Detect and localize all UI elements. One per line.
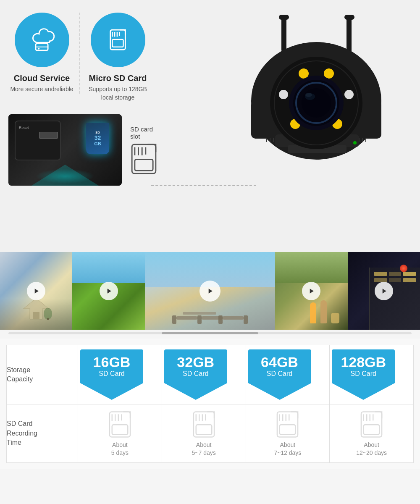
- microsd-title: Micro SD Card: [89, 74, 147, 83]
- scroll-thumb: [162, 332, 258, 334]
- badge-32gb: 32GB SD Card: [164, 349, 227, 400]
- svg-rect-55: [197, 315, 202, 324]
- svg-rect-59: [218, 315, 223, 324]
- play-icon-3: [206, 287, 214, 295]
- badge-gb-32: 32GB: [177, 355, 214, 369]
- badge-arrow-16: [80, 383, 143, 400]
- cloud-circle-icon: [15, 13, 69, 67]
- play-button-4[interactable]: [302, 282, 320, 300]
- svg-point-46: [353, 141, 357, 144]
- badge-top-16gb: 16GB SD Card: [80, 349, 143, 383]
- capacity-cell-64gb: 64GB SD Card: [246, 345, 330, 404]
- microsd-circle-icon: [91, 13, 145, 67]
- about-32: About: [196, 441, 212, 448]
- svg-point-37: [344, 90, 354, 99]
- microsd-svg-icon: [104, 26, 131, 54]
- play-button-3[interactable]: [200, 281, 220, 302]
- cloud-svg-icon: [28, 26, 55, 54]
- recording-time-row: SD Card Recording Time About: [7, 404, 414, 463]
- badge-gb-16: 16GB: [93, 355, 131, 369]
- svg-rect-81: [280, 425, 296, 434]
- top-section: Cloud Service More secure andreliable: [0, 0, 420, 252]
- cloud-service-title: Cloud Service: [14, 74, 70, 83]
- video-thumb-5[interactable]: [348, 252, 420, 330]
- video-thumb-3[interactable]: [145, 252, 275, 330]
- recording-content-32: About 5~7 days: [162, 404, 246, 462]
- play-icon-2: [105, 287, 113, 295]
- recording-time-label: SD Card Recording Time: [7, 404, 78, 463]
- svg-rect-60: [244, 315, 248, 324]
- play-button-2[interactable]: [100, 282, 118, 300]
- recording-cell-16: About 5 days: [78, 404, 162, 463]
- play-button-1[interactable]: [27, 282, 45, 300]
- label-line2: Capacity: [7, 375, 33, 383]
- badge-gb-128: 128GB: [341, 355, 386, 369]
- svg-point-35: [324, 68, 334, 79]
- sd-outline-svg: [130, 143, 158, 175]
- rec-label-1: SD Card: [7, 420, 32, 427]
- svg-point-49: [44, 308, 52, 320]
- rec-label-3: Time: [7, 439, 21, 446]
- play-button-5[interactable]: [375, 282, 393, 300]
- badge-top-128gb: 128GB SD Card: [332, 349, 395, 383]
- sd-card-photo: Reset SD 32 GB: [8, 114, 122, 186]
- storage-options-left: Cloud Service More secure andreliable: [8, 13, 151, 186]
- label-line1: Storage: [7, 366, 30, 373]
- reset-label: Reset: [19, 126, 29, 130]
- camera-area: [214, 0, 420, 235]
- storage-icons-row: Cloud Service More secure andreliable: [8, 13, 151, 102]
- svg-rect-75: [196, 425, 212, 434]
- capacity-cell-128gb: 128GB SD Card: [330, 345, 414, 404]
- patio-svg: [168, 304, 252, 329]
- svg-line-3: [38, 42, 39, 43]
- svg-marker-52: [107, 289, 111, 294]
- svg-rect-50: [47, 318, 49, 320]
- svg-marker-63: [382, 289, 386, 294]
- svg-point-43: [302, 88, 331, 118]
- recording-cell-32: About 5~7 days: [162, 404, 246, 463]
- device-body: Reset: [15, 121, 61, 160]
- badge-128gb: 128GB SD Card: [332, 349, 395, 400]
- recording-content-64: About 7~12 days: [246, 404, 330, 462]
- about-64: About: [280, 441, 296, 448]
- microsd-desc: Supports up to 128GB local storage: [84, 85, 151, 102]
- svg-rect-20: [344, 15, 354, 20]
- svg-rect-48: [33, 312, 39, 319]
- svg-point-36: [279, 90, 288, 99]
- about-128: About: [364, 441, 379, 448]
- sd-card-gb-label: 32: [94, 134, 101, 141]
- svg-point-2: [38, 47, 39, 49]
- sd-card-image-area: Reset SD 32 GB SD card: [8, 114, 151, 186]
- sd-card-label: SD: [95, 131, 100, 134]
- sd-card-unit: GB: [94, 141, 101, 146]
- play-icon-4: [307, 287, 315, 295]
- badge-sd-16: SD Card: [99, 370, 124, 378]
- badge-arrow-64: [248, 383, 311, 400]
- sd-card-photo-inner: Reset SD 32 GB: [8, 114, 122, 186]
- svg-rect-58: [223, 316, 244, 320]
- svg-rect-87: [364, 425, 380, 434]
- microsd-item: Micro SD Card Supports up to 128GB local…: [80, 13, 151, 102]
- video-thumb-1[interactable]: [0, 252, 72, 330]
- recording-cell-128: About 12~20 days: [330, 404, 414, 463]
- sd-gray-icon-64: [276, 411, 299, 438]
- sky-bg-4: [275, 252, 347, 283]
- play-icon-1: [32, 287, 40, 295]
- camera-svg: [233, 13, 401, 223]
- play-icon-5: [380, 287, 388, 295]
- cloud-service-item: Cloud Service More secure andreliable: [8, 13, 80, 94]
- svg-point-45: [305, 93, 312, 97]
- window: [389, 272, 402, 276]
- badge-sd-32: SD Card: [183, 370, 208, 378]
- sd-gray-icon-128: [360, 411, 383, 438]
- video-thumb-4[interactable]: [275, 252, 347, 330]
- badge-16gb: 16GB SD Card: [80, 349, 143, 400]
- people-silhouettes: [310, 300, 339, 323]
- badge-64gb: 64GB SD Card: [248, 349, 311, 400]
- svg-rect-17: [281, 15, 286, 52]
- svg-rect-16: [135, 159, 153, 171]
- video-thumb-2[interactable]: [72, 252, 144, 330]
- recording-cell-64: About 7~12 days: [246, 404, 330, 463]
- scroll-indicator: [8, 332, 412, 334]
- storage-table-section: Storage Capacity 16GB SD Card 32GB: [0, 339, 420, 469]
